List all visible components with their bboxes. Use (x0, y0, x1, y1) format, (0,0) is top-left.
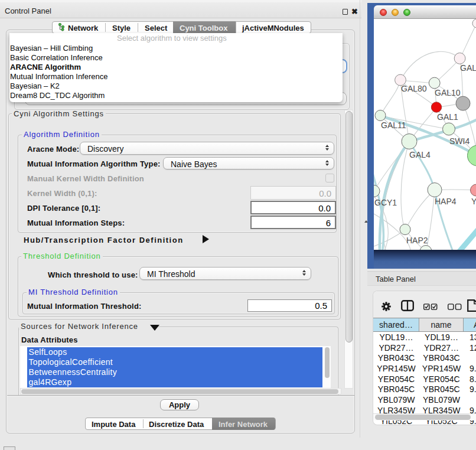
svg-text:GAL11: GAL11 (381, 120, 406, 130)
svg-text:Y: Y (471, 197, 476, 206)
svg-text:HAP4: HAP4 (435, 197, 457, 206)
svg-text:GAL80: GAL80 (401, 84, 427, 93)
svg-text:SWI4: SWI4 (449, 136, 470, 146)
svg-text:GAL1: GAL1 (437, 112, 458, 122)
svg-text:GAL10: GAL10 (435, 88, 461, 97)
svg-text:GAL7: GAL7 (460, 63, 476, 73)
svg-text:GAL4: GAL4 (409, 150, 431, 159)
svg-text:HAP2: HAP2 (406, 236, 428, 245)
svg-text:GCY1: GCY1 (374, 198, 397, 207)
